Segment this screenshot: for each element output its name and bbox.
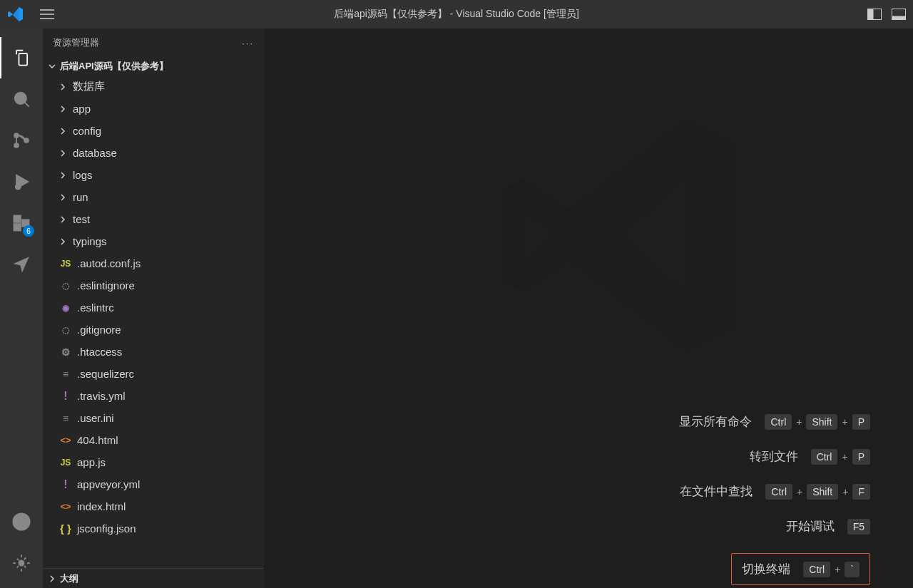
key-plus: +: [842, 451, 847, 463]
svg-rect-10: [14, 224, 21, 230]
sidebar-header: 资源管理器 ···: [43, 29, 264, 57]
file-label: .autod.conf.js: [77, 257, 141, 269]
keycap: F5: [847, 519, 870, 535]
file-item[interactable]: ≡.user.ini: [43, 407, 264, 429]
activity-search[interactable]: [0, 78, 43, 120]
chevron-right-icon: [57, 215, 68, 224]
outline-label: 大纲: [60, 572, 78, 585]
window-title: 后端api源码【仅供参考】 - Visual Studio Code [管理员]: [334, 8, 579, 21]
keycap: Ctrl: [765, 414, 792, 430]
chevron-down-icon: [46, 62, 58, 71]
ignore-file-icon: ◌: [62, 281, 69, 291]
vscode-logo-icon: [7, 6, 24, 23]
file-item[interactable]: ◌.gitignore: [43, 319, 264, 341]
folder-item[interactable]: test: [43, 208, 264, 230]
folder-label: 数据库: [73, 80, 105, 93]
activity-extensions[interactable]: 6: [0, 202, 43, 244]
chevron-right-icon: [57, 105, 68, 113]
file-item[interactable]: !appveyor.yml: [43, 473, 264, 495]
editor-area: 显示所有命令Ctrl+Shift+P转到文件Ctrl+P在文件中查找Ctrl+S…: [264, 29, 913, 588]
workspace-root[interactable]: 后端API源码【仅供参考】: [43, 57, 264, 76]
folder-item[interactable]: 数据库: [43, 76, 264, 98]
svg-point-14: [19, 561, 24, 566]
file-item[interactable]: { }jsconfig.json: [43, 517, 264, 540]
file-label: .eslintignore: [77, 279, 135, 292]
folder-label: logs: [73, 169, 93, 181]
hint-label: 在文件中查找: [680, 483, 753, 500]
start-hints: 显示所有命令Ctrl+Shift+P转到文件Ctrl+P在文件中查找Ctrl+S…: [679, 413, 870, 585]
file-tree[interactable]: 数据库appconfigdatabaselogsruntesttypingsJS…: [43, 76, 264, 568]
chevron-right-icon: [57, 149, 68, 158]
file-item[interactable]: ◌.eslintignore: [43, 274, 264, 296]
folder-item[interactable]: logs: [43, 164, 264, 186]
svg-rect-1: [868, 9, 874, 20]
file-item[interactable]: ⚙.htaccess: [43, 341, 264, 363]
keycap: Ctrl: [765, 484, 792, 500]
key-plus: +: [797, 486, 802, 497]
activity-run-debug[interactable]: [0, 161, 43, 202]
activity-settings[interactable]: [0, 542, 43, 584]
hint-row: 在文件中查找Ctrl+Shift+F: [680, 483, 870, 500]
file-label: 404.html: [77, 434, 118, 446]
file-item[interactable]: JS.autod.conf.js: [43, 252, 264, 274]
activity-source-control[interactable]: [0, 120, 43, 161]
ignore-file-icon: ◌: [62, 325, 69, 335]
hint-keys: Ctrl+Shift+F: [765, 484, 870, 500]
folder-item[interactable]: database: [43, 142, 264, 164]
svg-point-8: [16, 185, 21, 190]
svg-point-6: [14, 143, 19, 148]
file-label: .eslintrc: [77, 301, 114, 314]
hint-keys: F5: [847, 519, 870, 535]
keycap: Shift: [807, 484, 838, 500]
html-file-icon: <>: [60, 435, 71, 445]
svg-point-13: [19, 517, 24, 522]
folder-item[interactable]: run: [43, 186, 264, 208]
key-plus: +: [796, 416, 802, 428]
file-item[interactable]: <>404.html: [43, 429, 264, 451]
hint-row: 切换终端Ctrl+`: [731, 553, 870, 585]
activity-account[interactable]: [0, 501, 43, 542]
folder-label: app: [73, 103, 91, 115]
workspace-label: 后端API源码【仅供参考】: [60, 60, 168, 73]
activity-explorer[interactable]: [0, 37, 43, 78]
activity-location[interactable]: [0, 244, 43, 285]
file-label: index.html: [77, 500, 126, 512]
chevron-right-icon: [46, 574, 58, 583]
gear-file-icon: ⚙: [61, 346, 71, 358]
ini-file-icon: ≡: [63, 413, 68, 424]
hint-row: 显示所有命令Ctrl+Shift+P: [679, 413, 870, 430]
file-item[interactable]: !.travis.yml: [43, 385, 264, 407]
split-editor-icon[interactable]: [867, 9, 882, 20]
js-file-icon: JS: [61, 259, 71, 269]
hint-label: 转到文件: [750, 448, 798, 465]
hint-label: 切换终端: [742, 561, 790, 577]
file-item[interactable]: ≡.sequelizerc: [43, 363, 264, 385]
toggle-panel-icon[interactable]: [892, 9, 906, 20]
app-menu-icon[interactable]: [40, 9, 54, 19]
ini-file-icon: ≡: [63, 368, 68, 380]
folder-item[interactable]: app: [43, 98, 264, 120]
file-item[interactable]: <>index.html: [43, 495, 264, 517]
hint-keys: Ctrl+Shift+P: [765, 414, 870, 430]
hint-row: 转到文件Ctrl+P: [750, 448, 870, 465]
keycap: F: [852, 484, 870, 500]
file-item[interactable]: ◉.eslintrc: [43, 296, 264, 319]
extensions-badge: 6: [23, 225, 34, 237]
config-file-icon: ◉: [62, 303, 69, 313]
svg-point-4: [15, 93, 26, 104]
hint-keys: Ctrl+`: [803, 562, 860, 577]
sidebar-more-icon[interactable]: ···: [242, 38, 254, 48]
hint-label: 显示所有命令: [679, 413, 752, 430]
html-file-icon: <>: [60, 501, 71, 512]
file-item[interactable]: JSapp.js: [43, 451, 264, 473]
keycap: Ctrl: [811, 449, 838, 465]
outline-section[interactable]: 大纲: [43, 568, 264, 588]
file-label: .htaccess: [77, 346, 122, 358]
folder-item[interactable]: config: [43, 120, 264, 142]
svg-rect-9: [14, 216, 21, 222]
keycap: P: [852, 414, 870, 430]
chevron-right-icon: [57, 83, 68, 91]
hint-row: 开始调试F5: [786, 518, 870, 535]
folder-item[interactable]: typings: [43, 230, 264, 252]
svg-point-5: [14, 133, 19, 138]
